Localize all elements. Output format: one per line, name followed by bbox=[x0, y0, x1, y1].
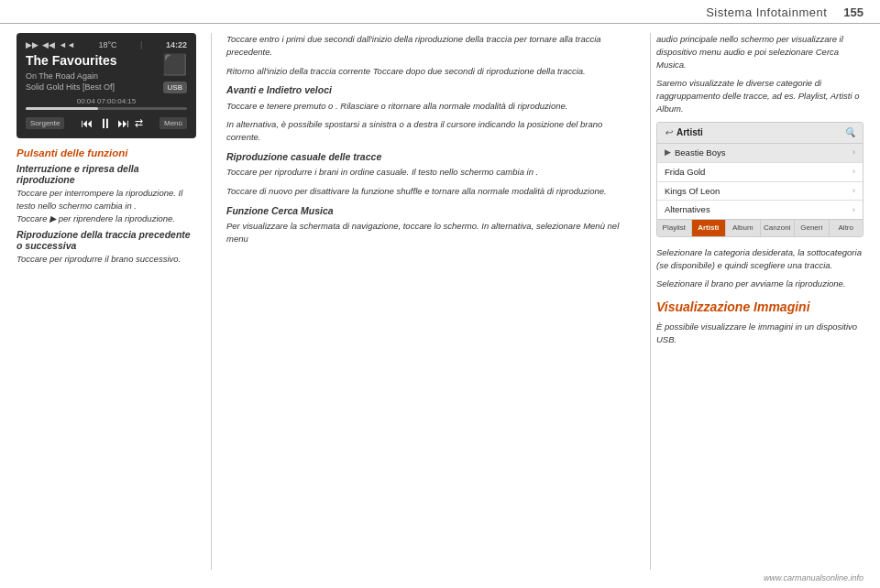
playback-buttons: ⏮ ⏸ ⏭ ⇄ bbox=[81, 115, 143, 131]
right-column: audio principale nello schermo per visua… bbox=[653, 33, 864, 570]
right-p1: audio principale nello schermo per visua… bbox=[656, 33, 864, 71]
usb-icon: ⬛ bbox=[162, 53, 187, 77]
left-sub2: Riproduzione della traccia precedente o … bbox=[16, 229, 196, 251]
player-controls: Sorgente ⏮ ⏸ ⏭ ⇄ Menù bbox=[26, 115, 187, 131]
player-line1: On The Road Again bbox=[26, 71, 162, 82]
mid-sub3: Funzione Cerca Musica bbox=[226, 204, 635, 218]
tab-generi[interactable]: Generi bbox=[795, 220, 830, 236]
artists-panel-title-row: ↩ Artisti bbox=[665, 126, 703, 140]
middle-column: Toccare entro i primi due secondi dall'i… bbox=[214, 33, 648, 570]
artist-name-3: Alternatives bbox=[665, 203, 710, 216]
player-progress-area: 00:04 07:00:04:15 bbox=[26, 97, 187, 110]
divider-left-mid bbox=[211, 33, 212, 570]
menu-button[interactable]: Menù bbox=[160, 117, 187, 129]
left-text3: Toccare per riprodurre il brano successi… bbox=[16, 253, 196, 266]
tab-album[interactable]: Album bbox=[726, 220, 761, 236]
mid-p3: Toccare e tenere premuto o . Rilasciare … bbox=[226, 100, 635, 113]
player-temperature: 18°C bbox=[98, 40, 116, 49]
player-icon1: ▶▶ bbox=[26, 40, 38, 49]
footer-url: www.carmanualsonline.info bbox=[764, 573, 864, 583]
artists-search-icon[interactable]: 🔍 bbox=[844, 126, 855, 140]
artist-item-0[interactable]: ▶ Beastie Boys › bbox=[657, 144, 863, 163]
artist-item-3-content: Alternatives bbox=[665, 203, 710, 216]
artist-item-1-content: Frida Gold bbox=[665, 166, 705, 179]
tab-artisti[interactable]: Artisti bbox=[692, 220, 727, 236]
player-separator: | bbox=[140, 40, 142, 49]
header-bar: Sistema Infotainment 155 bbox=[0, 0, 880, 24]
artist-chevron-3: › bbox=[852, 204, 855, 216]
player-time-display: 00:04 07:00:04:15 bbox=[26, 97, 187, 105]
player-info-row: The Favourites On The Road Again Solid G… bbox=[26, 53, 187, 93]
left-column: ▶▶ ◀◀ ◄◄ 18°C | 14:22 The Favourites On … bbox=[16, 33, 209, 570]
right-p2: Saremo visualizzate le diverse categorie… bbox=[656, 77, 864, 114]
artist-name-2: Kings Of Leon bbox=[665, 185, 720, 198]
right-p4: Selezionare il brano per avviarne la rip… bbox=[656, 278, 864, 290]
shuffle-button[interactable]: ⇄ bbox=[135, 117, 143, 129]
artist-chevron-2: › bbox=[852, 185, 855, 197]
artist-chevron-0: › bbox=[852, 147, 855, 158]
usb-badge: USB bbox=[163, 82, 187, 93]
header-page: 155 bbox=[843, 5, 864, 19]
player-top-left: ▶▶ ◀◀ ◄◄ bbox=[26, 40, 75, 49]
artist-item-3[interactable]: Alternatives › bbox=[657, 201, 863, 219]
pause-button[interactable]: ⏸ bbox=[98, 115, 112, 131]
mid-p7: Per visualizzare la schermata di navigaz… bbox=[226, 220, 635, 245]
player-song-title: The Favourites bbox=[26, 53, 162, 69]
media-player: ▶▶ ◀◀ ◄◄ 18°C | 14:22 The Favourites On … bbox=[16, 33, 196, 138]
tab-altro[interactable]: Altro bbox=[830, 220, 864, 236]
player-right-side: ⬛ USB bbox=[162, 53, 187, 93]
progress-bar-fill bbox=[26, 107, 98, 110]
right-p5: È possibile visualizzare le immagini in … bbox=[656, 321, 864, 346]
divider-mid-right bbox=[650, 33, 651, 570]
artist-name-1: Frida Gold bbox=[665, 166, 705, 179]
tab-playlist[interactable]: Playlist bbox=[657, 220, 692, 236]
prev-button[interactable]: ⏮ bbox=[81, 116, 93, 130]
artists-back-icon[interactable]: ↩ bbox=[665, 126, 672, 140]
right-section-heading: Visualizzazione Immagini bbox=[656, 298, 864, 316]
artist-item-0-content: ▶ Beastie Boys bbox=[665, 147, 725, 159]
source-button[interactable]: Sorgente bbox=[26, 117, 64, 129]
mid-p5: Toccare per riprodurre i brani in ordine… bbox=[226, 166, 635, 179]
mid-sub2: Riproduzione casuale delle tracce bbox=[226, 150, 635, 164]
player-icon2: ◀◀ bbox=[42, 40, 55, 49]
left-sub1: Interruzione e ripresa della riproduzion… bbox=[16, 163, 196, 185]
mid-p2: Ritorno all'inizio della traccia corrent… bbox=[226, 65, 635, 78]
artist-item-1[interactable]: Frida Gold › bbox=[657, 163, 863, 182]
progress-bar-bg bbox=[26, 107, 187, 110]
artist-play-icon-0: ▶ bbox=[665, 147, 671, 158]
player-icon3: ◄◄ bbox=[59, 40, 75, 49]
header-title: Sistema Infotainment bbox=[706, 5, 827, 19]
player-time: 14:22 bbox=[166, 40, 187, 49]
artist-item-2[interactable]: Kings Of Leon › bbox=[657, 182, 863, 201]
player-top-bar: ▶▶ ◀◀ ◄◄ 18°C | 14:22 bbox=[26, 40, 187, 49]
mid-p6: Toccare di nuovo per disattivare la funz… bbox=[226, 185, 635, 198]
artist-list: ▶ Beastie Boys › Frida Gold › Kings Of L… bbox=[657, 144, 863, 219]
artists-panel-header: ↩ Artisti 🔍 bbox=[657, 123, 863, 145]
content-area: ▶▶ ◀◀ ◄◄ 18°C | 14:22 The Favourites On … bbox=[0, 24, 880, 579]
left-section-heading: Pulsanti delle funzioni bbox=[16, 147, 196, 158]
left-text1: Toccare per interrompere la riproduzione… bbox=[16, 187, 196, 212]
mid-p4: In alternativa, è possibile spostarsi a … bbox=[226, 118, 635, 144]
mid-sub1: Avanti e Indietro veloci bbox=[226, 83, 635, 97]
mid-p1: Toccare entro i primi due secondi dall'i… bbox=[226, 33, 635, 59]
artists-tab-bar: Playlist Artisti Album Canzoni Generi Al… bbox=[657, 219, 863, 236]
artist-chevron-1: › bbox=[852, 166, 855, 178]
player-line2: Solid Gold Hits [Best Of] bbox=[26, 82, 162, 93]
right-p3: Selezionare la categoria desiderata, la … bbox=[656, 246, 864, 272]
usb-label: USB bbox=[168, 83, 182, 92]
artists-panel-title: Artisti bbox=[676, 126, 703, 140]
tab-canzoni[interactable]: Canzoni bbox=[761, 220, 796, 236]
left-text2: Toccare ▶ per riprendere la riproduzione… bbox=[16, 212, 196, 225]
artists-panel: ↩ Artisti 🔍 ▶ Beastie Boys › Frida Gold bbox=[656, 122, 864, 237]
player-text-info: The Favourites On The Road Again Solid G… bbox=[26, 53, 162, 93]
next-button[interactable]: ⏭ bbox=[117, 116, 129, 130]
artist-item-2-content: Kings Of Leon bbox=[665, 185, 720, 198]
artist-name-0: Beastie Boys bbox=[675, 147, 725, 159]
